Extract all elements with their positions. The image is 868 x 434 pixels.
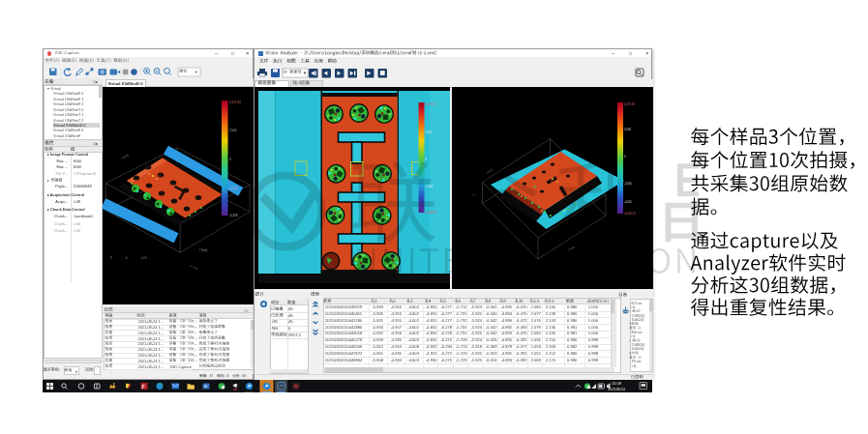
- svg-text:-6,208.43: -6,208.43: [426, 211, 437, 215]
- svg-text:5,472.99: 5,472.99: [624, 102, 635, 106]
- svg-text:Z: Z: [473, 193, 475, 196]
- svg-text:0: 0: [229, 158, 231, 161]
- svg-text:o: o: [204, 384, 207, 389]
- svg-text:F: F: [142, 384, 145, 390]
- svg-text:0: 0: [624, 155, 626, 159]
- svg-text:2,500: 2,500: [229, 129, 237, 132]
- svg-text:Y [mm]: Y [mm]: [567, 246, 576, 252]
- svg-text:-2,500: -2,500: [624, 182, 632, 186]
- svg-text:X [mm]: X [mm]: [486, 168, 494, 175]
- svg-text:-2,500: -2,500: [229, 187, 238, 190]
- svg-text:-6,208: -6,208: [229, 214, 238, 217]
- svg-text:-6,208.43: -6,208.43: [624, 212, 636, 216]
- svg-text:8 6 4 2 0: 8 6 4 2 0: [110, 256, 147, 260]
- svg-text:-2 -4 -6: -2 -4 -6: [190, 263, 199, 271]
- svg-text:-4,500: -4,500: [624, 200, 632, 204]
- svg-text:Y [mm]: Y [mm]: [199, 248, 207, 252]
- svg-text:6,127.43: 6,127.43: [229, 101, 241, 104]
- svg-text:-2,500: -2,500: [426, 185, 434, 188]
- svg-text:2,500: 2,500: [624, 128, 631, 131]
- svg-text:5,127.49: 5,127.49: [426, 102, 436, 106]
- svg-text:X [mm]: X [mm]: [121, 153, 130, 160]
- svg-text:2,500: 2,500: [426, 130, 433, 134]
